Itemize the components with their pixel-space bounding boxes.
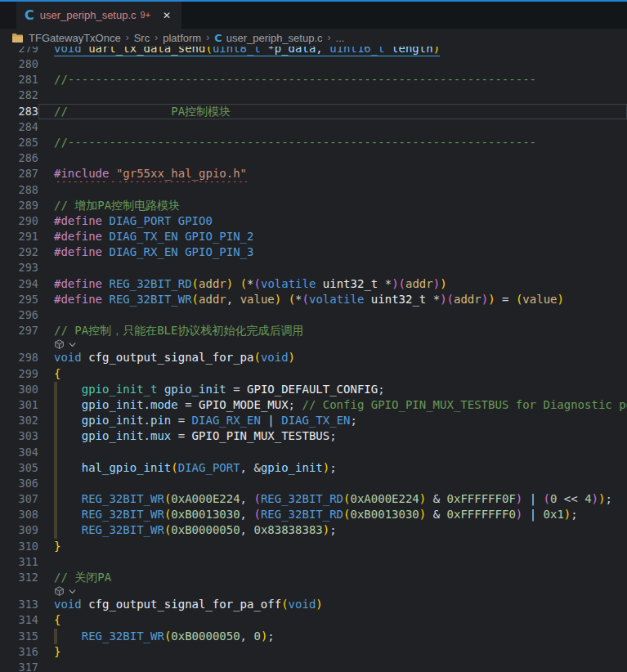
code-line-280[interactable]: 280 [0,56,627,72]
code-token: , [240,629,254,643]
codelens-row[interactable] [0,585,627,597]
code-token [178,245,185,258]
chevron-down-icon[interactable] [68,587,77,596]
vscode-window: C user_periph_setup.c 9+ ✕ TFGatewayTxOn… [0,0,627,672]
breadcrumb-item-platform[interactable]: platform [163,32,201,44]
code-line-303[interactable]: 303 gpio_init.mux = GPIO_PIN_MUX_TESTBUS… [0,428,627,444]
code-content: #define DIAG_TX_EN GPIO_PIN_2 [38,229,627,244]
code-line-314[interactable]: 314{ [0,612,627,628]
code-line-315[interactable]: 315 REG_32BIT_WR(0xB0000050, 0); [0,629,627,644]
code-line-286[interactable]: 286 [0,150,627,166]
code-editor[interactable]: 279void uart_tx_data_send(uint8_t *p_dat… [0,47,627,672]
code-token: // PA控制，只能在BLE协议栈初始化完成后调用 [54,324,303,337]
code-token: #include [54,167,109,180]
code-content: void uart_tx_data_send(uint8_t *p_data, … [38,47,627,56]
code-line-293[interactable]: 293 [0,260,627,276]
tab-user-periph-setup[interactable]: C user_periph_setup.c 9+ ✕ [16,2,181,29]
code-line-307[interactable]: 307 REG_32BIT_WR(0xA000E224, (REG_32BIT_… [0,491,627,507]
breadcrumb-item-tfgatewaytxonce[interactable]: TFGatewayTxOnce [11,32,121,44]
ai-codelens-icon[interactable] [54,586,65,597]
line-number: 302 [0,413,38,428]
code-line-288[interactable]: 288 [0,182,627,198]
breadcrumb-label: platform [163,32,201,44]
code-token: #define [54,293,102,306]
line-number: 316 [0,644,38,660]
code-line-289[interactable]: 289// 增加PA控制电路模块 [0,198,627,213]
code-line-298[interactable]: 298void cfg_output_signal_for_pa(void) [0,350,627,365]
breadcrumb-item--[interactable]: ... [336,32,345,44]
code-token: = [171,414,191,427]
code-line-299[interactable]: 299{ [0,366,627,382]
code-token: uint8_t [213,47,261,55]
code-token: value [240,293,275,306]
code-token: #define [54,230,102,243]
code-token: REG_32BIT_WR [82,629,164,643]
code-line-312[interactable]: 312// 关闭PA [0,570,627,585]
code-line-285[interactable]: 285//-----------------------------------… [0,135,627,150]
code-line-311[interactable]: 311 [0,554,627,570]
code-line-290[interactable]: 290#define DIAG_PORT GPIO0 [0,213,627,229]
code-line-310[interactable]: 310} [0,539,627,554]
code-token: void [289,598,316,611]
line-number: 290 [0,213,38,229]
code-token: #define [54,245,102,258]
code-line-294[interactable]: 294#define REG_32BIT_RD(addr) (*(volatil… [0,276,627,292]
code-line-283[interactable]: 283// PA控制模块 [0,104,627,119]
code-token: . [144,429,150,442]
ai-codelens-icon[interactable] [54,339,65,350]
line-number: 300 [0,382,38,397]
code-token: * [295,293,302,306]
code-line-308[interactable]: 308 REG_32BIT_WR(0xB0013030, (REG_32BIT_… [0,507,627,522]
code-line-281[interactable]: 281//-----------------------------------… [0,72,627,87]
line-number: 297 [0,323,38,338]
line-number: 301 [0,397,38,413]
code-token: , [226,293,240,306]
breadcrumb-item-user-periph-setup-c[interactable]: Cuser_periph_setup.c [214,32,322,44]
code-token: ) [419,508,426,521]
code-line-309[interactable]: 309 REG_32BIT_WR(0xB0000050, 0x83838383)… [0,522,627,538]
code-line-295[interactable]: 295#define REG_32BIT_WR(addr, value) (*(… [0,292,627,307]
code-line-292[interactable]: 292#define DIAG_RX_EN GPIO_PIN_3 [0,244,627,260]
line-number: 317 [0,660,38,672]
line-number: 299 [0,366,38,382]
code-line-279[interactable]: 279void uart_tx_data_send(uint8_t *p_dat… [0,47,627,56]
code-line-291[interactable]: 291#define DIAG_TX_EN GPIO_PIN_2 [0,229,627,244]
code-token: = [171,429,191,442]
code-line-302[interactable]: 302 gpio_init.pin = DIAG_RX_EN | DIAG_TX… [0,413,627,428]
code-content [38,660,627,672]
code-line-284[interactable]: 284 [0,119,627,135]
code-token: void [261,351,289,364]
code-content: gpio_init.mode = GPIO_MODE_MUX; // Confi… [38,397,627,413]
code-token: REG_32BIT_WR [82,508,164,521]
code-line-306[interactable]: 306 [0,476,627,491]
code-line-316[interactable]: 316} [0,644,627,660]
code-content: { [38,366,627,382]
code-token: { [54,613,60,626]
codelens-row[interactable] [0,338,627,350]
code-line-297[interactable]: 297// PA控制，只能在BLE协议栈初始化完成后调用 [0,323,627,338]
line-number: 280 [0,56,38,72]
line-number: 305 [0,460,38,476]
code-line-296[interactable]: 296 [0,307,627,323]
code-line-300[interactable]: 300 gpio_init_t gpio_init = GPIO_DEFAULT… [0,382,627,397]
code-token: GPIO_PIN_MUX_TESTBUS [192,429,330,442]
code-token: ( [343,508,350,521]
code-token: addr [199,277,226,290]
tab-title: user_periph_setup.c [40,9,137,21]
code-token: DIAG_TX_EN [109,230,177,243]
code-line-317[interactable]: 317 [0,660,627,672]
code-content: REG_32BIT_WR(0xB0000050, 0x83838383); [38,522,627,538]
code-token: ( [544,492,550,505]
line-number: 294 [0,276,38,292]
code-line-301[interactable]: 301 gpio_init.mode = GPIO_MODE_MUX; // C… [0,397,627,413]
code-line-313[interactable]: 313void cfg_output_signal_for_pa_off(voi… [0,597,627,612]
chevron-down-icon[interactable] [68,340,77,349]
breadcrumb-item-src[interactable]: Src [134,32,150,44]
code-line-305[interactable]: 305 hal_gpio_init(DIAG_PORT, &gpio_init)… [0,460,627,476]
code-line-287[interactable]: 287#include "gr55xx_hal_gpio.h" [0,166,627,181]
tab-close-icon[interactable]: ✕ [160,8,173,23]
code-content: // 增加PA控制电路模块 [38,198,627,213]
code-line-282[interactable]: 282 [0,87,627,103]
code-token: ) [516,492,522,505]
code-line-304[interactable]: 304 [0,445,627,460]
